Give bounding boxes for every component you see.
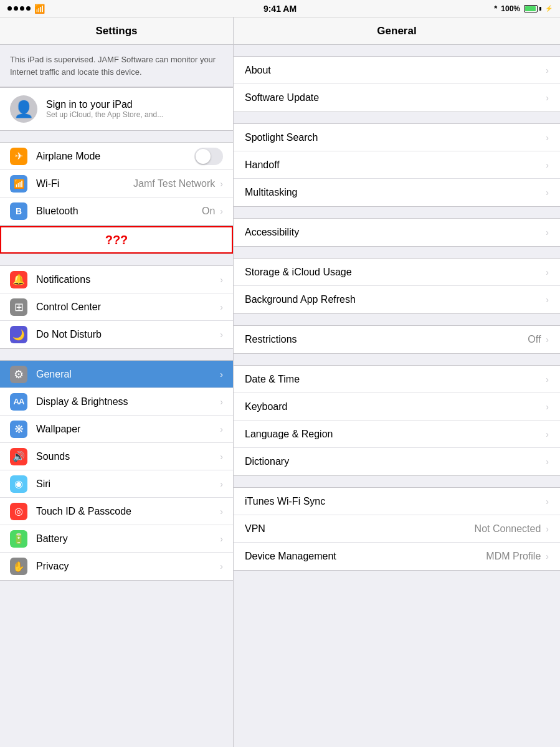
spotlight-chevron-icon: › [546,133,549,143]
sidebar-item-display[interactable]: AA Display & Brightness › [0,388,233,416]
restrictions-label: Restrictions [245,334,528,345]
control-center-chevron-icon: › [220,302,223,312]
right-row-about[interactable]: About › [234,57,560,84]
notifications-label: Notifications [36,274,220,285]
right-row-itunes-sync[interactable]: iTunes Wi-Fi Sync › [234,488,560,515]
battery-icon: 🔋 [10,530,27,548]
do-not-disturb-label: Do Not Disturb [36,329,220,340]
right-row-spotlight-search[interactable]: Spotlight Search › [234,124,560,151]
right-row-accessibility[interactable]: Accessibility › [234,219,560,246]
sidebar-item-wifi[interactable]: 📶 Wi-Fi Jamf Test Network › [0,170,233,197]
right-row-device-management[interactable]: Device Management MDM Profile › [234,543,560,570]
sidebar-title: Settings [95,25,137,37]
keyboard-label: Keyboard [245,401,546,412]
wifi-value: Jamf Test Network [133,178,215,189]
bluetooth-value: On [202,206,215,217]
notifications-icon: 🔔 [10,271,27,288]
sidebar-item-control-center[interactable]: ⊞ Control Center › [0,293,233,321]
sidebar-item-touch-id[interactable]: ◎ Touch ID & Passcode › [0,498,233,525]
right-row-background-refresh[interactable]: Background App Refresh › [234,286,560,313]
keyboard-chevron-icon: › [546,402,549,412]
sidebar-item-notifications[interactable]: 🔔 Notifications › [0,266,233,293]
general-icon: ⚙ [10,366,27,383]
wifi-chevron-icon: › [220,179,223,189]
control-center-icon: ⊞ [10,298,27,316]
right-row-storage-icloud[interactable]: Storage & iCloud Usage › [234,259,560,286]
itunes-sync-chevron-icon: › [546,497,549,507]
supervised-notice: This iPad is supervised. JAMF Software c… [0,45,233,87]
vpn-chevron-icon: › [546,524,549,534]
storage-icloud-label: Storage & iCloud Usage [245,267,546,278]
about-label: About [245,65,546,76]
sign-in-subtitle: Set up iCloud, the App Store, and... [46,110,163,119]
right-group-3: Accessibility › [234,218,560,247]
do-not-disturb-chevron-icon: › [220,330,223,340]
battery-icon [524,5,541,12]
avatar-person-icon: 👤 [14,100,34,119]
right-row-vpn[interactable]: VPN Not Connected › [234,515,560,543]
right-row-date-time[interactable]: Date & Time › [234,366,560,393]
right-panel-title: General [377,25,416,37]
display-label: Display & Brightness [36,396,220,407]
display-chevron-icon: › [220,397,223,407]
background-refresh-label: Background App Refresh [245,294,546,305]
right-row-restrictions[interactable]: Restrictions Off › [234,326,560,353]
sidebar-item-bluetooth[interactable]: B Bluetooth On › [0,197,233,225]
sidebar: Settings This iPad is supervised. JAMF S… [0,17,234,747]
siri-label: Siri [36,478,220,490]
general-label: General [36,369,220,380]
airplane-mode-toggle[interactable] [194,148,223,165]
bluetooth-status-icon: * [494,4,497,13]
right-row-software-update[interactable]: Software Update › [234,84,560,112]
status-right: * 100% ⚡ [494,4,553,13]
sidebar-item-do-not-disturb[interactable]: 🌙 Do Not Disturb › [0,321,233,348]
right-row-dictionary[interactable]: Dictionary › [234,448,560,475]
sidebar-item-battery[interactable]: 🔋 Battery › [0,525,233,553]
wifi-label: Wi-Fi [36,178,133,189]
control-center-label: Control Center [36,302,220,313]
sidebar-item-general[interactable]: ⚙ General › [0,361,233,388]
vpn-value: Not Connected [475,523,541,535]
sidebar-item-privacy[interactable]: ✋ Privacy › [0,553,233,580]
sign-in-title: Sign in to your iPad [46,99,163,110]
software-update-chevron-icon: › [546,93,549,103]
sidebar-header: Settings [0,17,233,45]
storage-icloud-chevron-icon: › [546,267,549,277]
right-row-language-region[interactable]: Language & Region › [234,421,560,448]
sounds-icon: 🔊 [10,448,27,465]
sidebar-group-network: ✈ Airplane Mode 📶 Wi-Fi Jamf Test Networ… [0,142,233,226]
sounds-label: Sounds [36,451,220,462]
sign-in-row[interactable]: 👤 Sign in to your iPad Set up iCloud, th… [0,87,233,131]
privacy-icon: ✋ [10,558,27,575]
charging-icon: ⚡ [545,5,553,12]
sidebar-item-sounds[interactable]: 🔊 Sounds › [0,443,233,470]
multitasking-label: Multitasking [245,187,546,198]
wallpaper-chevron-icon: › [220,424,223,434]
right-row-multitasking[interactable]: Multitasking › [234,179,560,206]
accessibility-chevron-icon: › [546,227,549,237]
wifi-status-icon: 📶 [34,4,45,14]
device-management-value: MDM Profile [486,551,541,562]
airplane-toggle-switch[interactable] [194,148,223,165]
battery-percent: 100% [501,4,520,13]
right-header: General [234,17,560,45]
sidebar-item-siri[interactable]: ◉ Siri › [0,470,233,498]
do-not-disturb-icon: 🌙 [10,326,27,343]
date-time-chevron-icon: › [546,374,549,384]
sidebar-item-airplane-mode[interactable]: ✈ Airplane Mode [0,143,233,170]
touch-id-label: Touch ID & Passcode [36,506,220,517]
status-left: 📶 [7,4,45,14]
itunes-sync-label: iTunes Wi-Fi Sync [245,496,546,507]
multitasking-chevron-icon: › [546,188,549,197]
siri-chevron-icon: › [220,479,223,489]
right-row-keyboard[interactable]: Keyboard › [234,393,560,421]
language-region-label: Language & Region [245,429,546,440]
vpn-label: VPN [245,523,475,535]
privacy-label: Privacy [36,561,220,572]
status-bar: 📶 9:41 AM * 100% ⚡ [0,0,560,17]
status-time: 9:41 AM [263,4,297,14]
sidebar-item-wallpaper[interactable]: ❋ Wallpaper › [0,416,233,443]
touch-id-icon: ◎ [10,503,27,520]
signal-icon [7,6,31,11]
right-row-handoff[interactable]: Handoff › [234,151,560,179]
